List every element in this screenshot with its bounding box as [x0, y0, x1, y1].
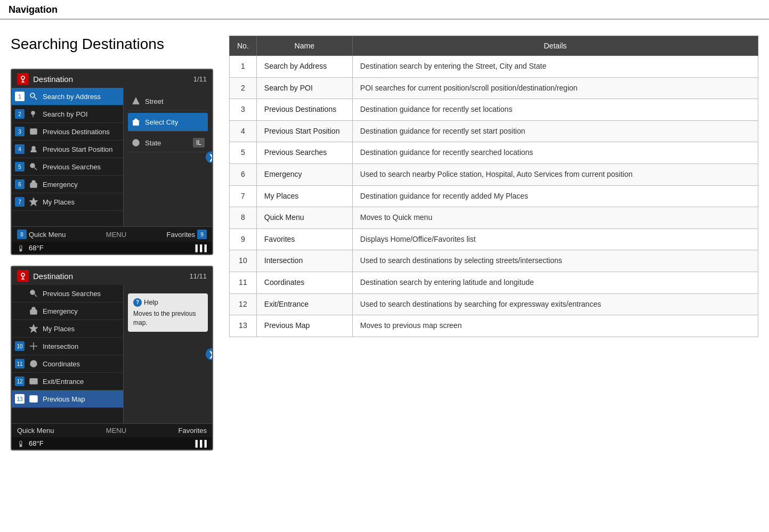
state-badge: IL [193, 138, 205, 148]
help-body-text: Moves to the previous map. [133, 310, 196, 326]
menu-item-1-4[interactable]: 4 Previous Start Position [12, 141, 123, 158]
device-header-left-2: Destination [17, 270, 73, 282]
emergency-icon-2 [29, 306, 38, 316]
table-cell-name: Quick Menu [256, 207, 352, 229]
table-row: 3Previous DestinationsDestination guidan… [230, 99, 758, 121]
destination-icon-1 [17, 73, 29, 85]
menu-item-2-prev-map[interactable]: 13 Previous Map [12, 390, 123, 408]
device-screen-1: Destination 1/11 1 Search by Address [11, 69, 213, 255]
table-cell-name: My Places [256, 185, 352, 207]
menu-item-2-intersection[interactable]: 10 Intersection [12, 338, 123, 355]
menu-label-1[interactable]: MENU [106, 231, 126, 239]
menu-item-1-2[interactable]: 2 Search by POI [12, 105, 123, 123]
menu-num-1-6: 6 [15, 179, 25, 189]
svg-point-3 [30, 93, 35, 97]
help-title-text: Help [144, 298, 158, 307]
col-header-no: No. [230, 36, 257, 56]
table-cell-details: Moves to previous map screen [352, 315, 758, 337]
menu-item-1-7[interactable]: 7 My Places [12, 193, 123, 211]
svg-rect-35 [30, 396, 37, 402]
favorites-btn-2[interactable]: Favorites [179, 427, 207, 435]
menu-label-2-prev-map: Previous Map [43, 395, 85, 403]
nav-arrow-2[interactable]: ❯ [206, 348, 213, 360]
table-row: 1Search by AddressDestination search by … [230, 56, 758, 78]
nav-arrow-1[interactable]: ❯ [206, 151, 213, 163]
svg-rect-13 [30, 183, 37, 187]
help-bubble: ? Help Moves to the previous map. [128, 293, 208, 332]
favorites-num: 9 [197, 230, 207, 239]
table-cell-name: Previous Start Position [256, 120, 352, 142]
sub-item-city-label: Select City [145, 118, 178, 126]
temp-icon-2 [17, 440, 25, 447]
table-cell-name: Intersection [256, 250, 352, 272]
svg-point-10 [32, 146, 35, 150]
city-icon [131, 117, 141, 127]
menu-item-1-5[interactable]: 5 Previous Searches [12, 158, 123, 176]
table-cell-num: 4 [230, 120, 257, 142]
table-cell-name: Favorites [256, 228, 352, 250]
menu-label-1-4: Previous Start Position [43, 145, 113, 153]
menu-item-2-my-places[interactable]: My Places [12, 320, 123, 338]
table-cell-num: 3 [230, 99, 257, 121]
temp-icon-1 [17, 244, 25, 252]
table-cell-num: 6 [230, 163, 257, 185]
table-cell-details: Used to search destinations by selecting… [352, 250, 758, 272]
table-cell-num: 13 [230, 315, 257, 337]
menu-item-2-coordinates[interactable]: 11 Coordinates [12, 355, 123, 373]
page-header: Navigation [0, 0, 769, 20]
sub-item-street[interactable]: Street [128, 92, 208, 111]
svg-point-22 [21, 273, 25, 276]
menu-item-1-3[interactable]: 3 Previous Destinations [12, 123, 123, 141]
svg-marker-28 [30, 325, 37, 332]
menu-num-1-3: 3 [15, 127, 25, 136]
menu-label-2-exit: Exit/Entrance [43, 378, 84, 386]
menu-num-2-10: 10 [15, 341, 25, 351]
quick-menu-label: Quick Menu [29, 231, 66, 239]
signal-icon-2: ▐▐▐ [193, 440, 207, 447]
menu-item-2-prev-searches[interactable]: Previous Searches [12, 285, 123, 302]
menu-label-1-3: Previous Destinations [43, 128, 110, 136]
device-header-left-1: Destination [17, 73, 73, 85]
menu-item-2-emergency[interactable]: Emergency [12, 302, 123, 320]
table-cell-details: Displays Home/Office/Favorites list [352, 228, 758, 250]
device-title-1: Destination [33, 75, 73, 84]
device-screen-2: Destination 11/11 Previous Searches [11, 266, 213, 451]
device-status-1: 68°F ▐▐▐ [12, 242, 212, 254]
menu-item-1-6[interactable]: 6 Emergency [12, 176, 123, 193]
menu-list-1: 1 Search by Address 2 Search by POI [12, 88, 124, 226]
temp-display-2: 68°F [29, 439, 44, 447]
menu-label-2-my-places: My Places [43, 325, 75, 333]
table-row: 13Previous MapMoves to previous map scre… [230, 315, 758, 337]
table-cell-details: Destination search by entering latitude … [352, 272, 758, 293]
menu-label-2-emergency: Emergency [43, 307, 78, 315]
prev-search-icon [29, 162, 38, 171]
table-row: 7My PlacesDestination guidance for recen… [230, 185, 758, 207]
svg-rect-27 [30, 310, 37, 314]
quick-menu-btn-2[interactable]: Quick Menu [17, 427, 54, 435]
menu-num-1-4: 4 [15, 144, 25, 154]
search-poi-icon [29, 109, 38, 119]
favorites-btn-1[interactable]: Favorites 9 [167, 230, 207, 239]
table-row: 4Previous Start PositionDestination guid… [230, 120, 758, 142]
table-row: 10IntersectionUsed to search destination… [230, 250, 758, 272]
menu-item-2-exit[interactable]: 12 Exit/Entrance [12, 373, 123, 390]
sub-item-state[interactable]: State IL [128, 134, 208, 152]
menu-label-2[interactable]: MENU [106, 427, 126, 435]
table-body: 1Search by AddressDestination search by … [230, 56, 758, 337]
svg-line-4 [35, 97, 37, 100]
menu-num-1-2: 2 [15, 109, 25, 119]
svg-rect-20 [20, 245, 22, 249]
quick-menu-num: 8 [17, 230, 27, 239]
table-row: 12Exit/EntranceUsed to search destinatio… [230, 293, 758, 315]
svg-point-11 [30, 163, 35, 168]
emergency-icon [29, 179, 38, 189]
table-cell-details: Destination guidance for recently added … [352, 185, 758, 207]
device-footer-1: 8 Quick Menu MENU Favorites 9 [12, 226, 212, 242]
sub-item-city[interactable]: Select City [128, 113, 208, 132]
svg-point-32 [33, 363, 35, 365]
svg-rect-7 [30, 129, 37, 134]
quick-menu-btn[interactable]: 8 Quick Menu [17, 230, 66, 239]
menu-item-1-1[interactable]: 1 Search by Address [12, 88, 123, 105]
menu-label-1-7: My Places [43, 198, 75, 206]
table-cell-num: 10 [230, 250, 257, 272]
